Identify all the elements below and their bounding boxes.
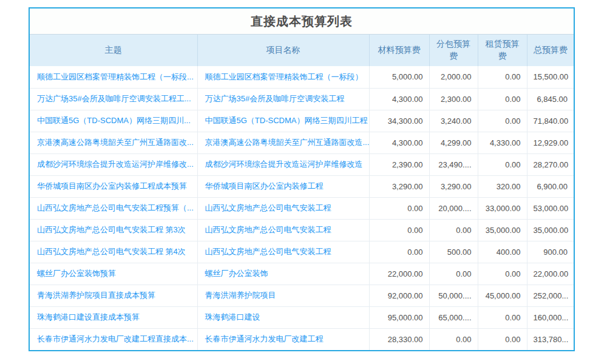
- subcontract-budget-value: 0.00: [456, 269, 471, 278]
- total-budget-cell: 900.00: [527, 241, 574, 263]
- table-body: 顺德工业园区档案管理精装饰工程（一标段... 顺德工业园区档案管理精装饰工程（一…: [30, 66, 574, 350]
- subject-link[interactable]: 长春市伊通河水力发电厂改建工程直接成本...: [37, 334, 194, 343]
- subcontract-budget-value: 20,000....: [438, 204, 471, 213]
- column-header-subject: 主题: [30, 35, 197, 66]
- subject-cell: 珠海鹤港口建设直接成本预算: [30, 306, 197, 328]
- table-row: 长春市伊通河水力发电厂改建工程直接成本... 长春市伊通河水力发电厂改建工程 2…: [30, 328, 574, 350]
- rental-budget-cell: 320.00: [478, 175, 527, 197]
- material-budget-cell: 34,300.00: [369, 110, 429, 132]
- subject-link[interactable]: 山西弘文房地产总公司电气安装工程 第4次: [37, 247, 186, 256]
- subject-cell: 万达广场35#会所及咖啡厅空调安装工程工...: [30, 88, 197, 110]
- project-name-link[interactable]: 长春市伊通河水力发电厂改建工程: [205, 334, 324, 343]
- page-title: 直接成本预算列表: [251, 13, 353, 30]
- total-budget-value: 12,929.00: [534, 138, 569, 147]
- total-budget-value: 900.00: [543, 248, 568, 257]
- subject-link[interactable]: 珠海鹤港口建设直接成本预算: [37, 312, 140, 322]
- panel-title-bar: 直接成本预算列表: [30, 8, 574, 35]
- rental-budget-value: 400.00: [497, 248, 521, 257]
- project-name-link[interactable]: 山西弘文房地产总公司电气安装工程: [205, 225, 331, 234]
- project-name-link[interactable]: 成都沙河环境综合提升改造运河护岸维修改造: [205, 160, 363, 169]
- subject-cell: 京港澳高速公路粤境韶关至广州互通路面改...: [30, 132, 197, 153]
- material-budget-value: 0.00: [407, 248, 422, 257]
- subject-link[interactable]: 山西弘文房地产总公司电气安装工程预算（...: [37, 203, 194, 212]
- project-name-link[interactable]: 京港澳高速公路粤境韶关至广州互通路面改造...: [205, 138, 370, 147]
- rental-budget-value: 0.00: [505, 160, 520, 169]
- project-name-cell: 珠海鹤港口建设: [197, 306, 369, 328]
- column-header-subcontract-budget: 分包预算费: [429, 35, 478, 66]
- subcontract-budget-cell: 20,000....: [429, 197, 478, 219]
- total-budget-cell: 313,780...: [527, 328, 574, 350]
- table-row: 顺德工业园区档案管理精装饰工程（一标段... 顺德工业园区档案管理精装饰工程（一…: [30, 66, 574, 88]
- subject-link[interactable]: 山西弘文房地产总公司电气安装工程 第3次: [37, 225, 186, 234]
- material-budget-cell: 95,000.00: [369, 306, 429, 328]
- total-budget-value: 313,780...: [534, 335, 569, 344]
- rental-budget-value: 35,000.00: [486, 226, 521, 235]
- material-budget-value: 28,330.00: [388, 335, 423, 344]
- subject-link[interactable]: 顺德工业园区档案管理精装饰工程（一标段...: [37, 72, 194, 81]
- subcontract-budget-value: 0.00: [456, 226, 471, 235]
- subject-link[interactable]: 万达广场35#会所及咖啡厅空调安装工程工...: [37, 94, 191, 103]
- column-header-total-budget: 总预算费: [527, 35, 574, 66]
- subject-cell: 螺丝厂办公室装饰预算: [30, 263, 197, 285]
- rental-budget-value: 4,330.00: [490, 138, 521, 147]
- subcontract-budget-cell: 500.00: [429, 241, 478, 263]
- total-budget-value: 252,000...: [534, 291, 569, 300]
- material-budget-cell: 0.00: [369, 219, 429, 241]
- subject-cell: 顺德工业园区档案管理精装饰工程（一标段...: [30, 66, 197, 88]
- rental-budget-cell: 4,330.00: [478, 132, 527, 153]
- column-header-rental-budget: 租赁预算费: [478, 35, 527, 66]
- subject-link[interactable]: 螺丝厂办公室装饰预算: [37, 269, 116, 278]
- subject-cell: 青海洪湖养护院项目直接成本预算: [30, 285, 197, 306]
- subject-cell: 山西弘文房地产总公司电气安装工程预算（...: [30, 197, 197, 219]
- subcontract-budget-value: 4,299.00: [441, 138, 472, 147]
- project-name-link[interactable]: 山西弘文房地产总公司电气安装工程: [205, 203, 331, 212]
- project-name-link[interactable]: 青海洪湖养护院项目: [205, 291, 276, 300]
- subject-link[interactable]: 中国联通5G（TD-SCDMA）网络三期四川...: [37, 116, 191, 125]
- project-name-link[interactable]: 中国联通5G（TD-SCDMA）网络三期四川工程: [205, 116, 368, 125]
- project-name-link[interactable]: 山西弘文房地产总公司电气安装工程: [205, 247, 331, 256]
- subcontract-budget-value: 65,000....: [438, 313, 471, 322]
- total-budget-value: 35,000.00: [534, 226, 569, 235]
- subject-link[interactable]: 京港澳高速公路粤境韶关至广州互通路面改...: [37, 138, 194, 147]
- total-budget-value: 71,840.00: [534, 116, 569, 126]
- table-row: 珠海鹤港口建设直接成本预算 珠海鹤港口建设 95,000.00 65,000..…: [30, 306, 574, 328]
- material-budget-value: 34,300.00: [388, 116, 423, 126]
- subject-link[interactable]: 华侨城项目南区办公室内装修工程成本预算: [37, 181, 187, 190]
- subcontract-budget-value: 3,290.00: [441, 182, 472, 191]
- project-name-cell: 山西弘文房地产总公司电气安装工程: [197, 197, 369, 219]
- project-name-cell: 京港澳高速公路粤境韶关至广州互通路面改造...: [197, 132, 369, 153]
- subcontract-budget-value: 2,300.00: [441, 95, 472, 104]
- table-row: 山西弘文房地产总公司电气安装工程 第3次 山西弘文房地产总公司电气安装工程 0.…: [30, 219, 574, 241]
- project-name-link[interactable]: 螺丝厂办公室装饰: [205, 269, 268, 278]
- total-budget-value: 15,500.00: [534, 72, 569, 81]
- total-budget-cell: 28,270.00: [527, 153, 574, 175]
- subject-cell: 山西弘文房地产总公司电气安装工程 第3次: [30, 219, 197, 241]
- project-name-cell: 华侨城项目南区办公室内装修工程: [197, 175, 369, 197]
- rental-budget-cell: 0.00: [478, 328, 527, 350]
- subcontract-budget-cell: 4,299.00: [429, 132, 478, 153]
- material-budget-value: 2,390.00: [392, 160, 423, 169]
- subject-cell: 成都沙河环境综合提升改造运河护岸维修改...: [30, 153, 197, 175]
- subject-link[interactable]: 成都沙河环境综合提升改造运河护岸维修改...: [37, 160, 194, 169]
- subcontract-budget-cell: 65,000....: [429, 306, 478, 328]
- subject-cell: 中国联通5G（TD-SCDMA）网络三期四川...: [30, 110, 197, 132]
- project-name-link[interactable]: 万达广场35#会所及咖啡厅空调安装工程: [205, 94, 345, 103]
- project-name-link[interactable]: 珠海鹤港口建设: [205, 312, 260, 322]
- total-budget-value: 160,000...: [534, 313, 569, 322]
- rental-budget-value: 33,000.00: [486, 204, 521, 213]
- material-budget-cell: 4,300.00: [369, 88, 429, 110]
- total-budget-cell: 12,929.00: [527, 132, 574, 153]
- subject-link[interactable]: 青海洪湖养护院项目直接成本预算: [37, 291, 155, 300]
- project-name-cell: 万达广场35#会所及咖啡厅空调安装工程: [197, 88, 369, 110]
- total-budget-value: 6,845.00: [537, 95, 568, 104]
- project-name-link[interactable]: 顺德工业园区档案管理精装饰工程（一标段）: [205, 72, 363, 81]
- rental-budget-value: 0.00: [505, 95, 520, 104]
- material-budget-value: 4,300.00: [392, 138, 423, 147]
- table-row: 成都沙河环境综合提升改造运河护岸维修改... 成都沙河环境综合提升改造运河护岸维…: [30, 153, 574, 175]
- project-name-link[interactable]: 华侨城项目南区办公室内装修工程: [205, 181, 324, 190]
- subcontract-budget-value: 50,000....: [438, 291, 471, 300]
- project-name-cell: 成都沙河环境综合提升改造运河护岸维修改造: [197, 153, 369, 175]
- rental-budget-value: 0.00: [505, 269, 520, 278]
- subcontract-budget-value: 2,000.00: [441, 72, 472, 81]
- material-budget-cell: 0.00: [369, 197, 429, 219]
